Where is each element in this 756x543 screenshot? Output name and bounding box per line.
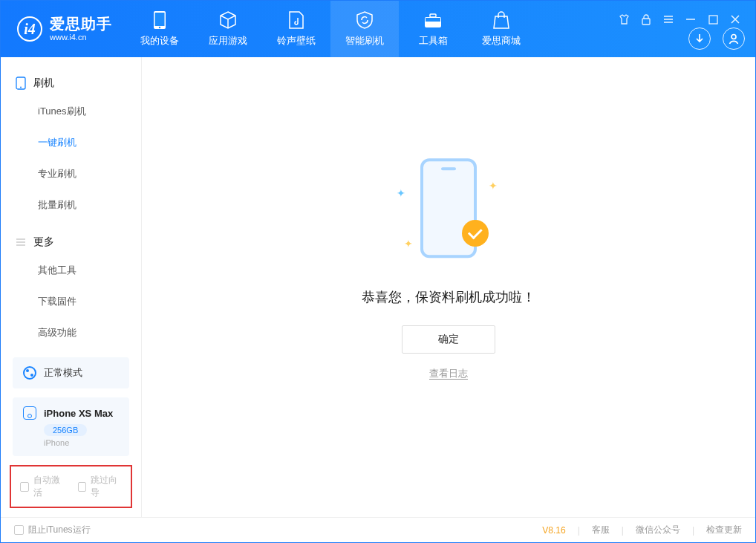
app-header: i4 爱思助手 www.i4.cn 我的设备 应用游戏 铃声壁纸 智能刷机 工具… [1, 1, 755, 57]
music-file-icon [287, 10, 306, 30]
nav-label: 爱思商城 [482, 34, 521, 48]
svg-rect-7 [709, 16, 717, 24]
close-button[interactable] [729, 13, 742, 26]
checkbox-block-itunes[interactable]: 阻止iTunes运行 [14, 524, 91, 536]
status-bar: 阻止iTunes运行 V8.16 | 客服 | 微信公众号 | 检查更新 [1, 517, 755, 542]
device-storage-badge: 256GB [44, 424, 87, 436]
nav-label: 应用游戏 [209, 34, 247, 48]
nav-label: 我的设备 [140, 34, 179, 48]
phone-icon [150, 10, 169, 30]
logo: i4 爱思助手 www.i4.cn [1, 1, 126, 57]
nav-apps-games[interactable]: 应用游戏 [194, 1, 262, 57]
nav-smart-flash[interactable]: 智能刷机 [330, 1, 399, 57]
download-button[interactable] [688, 27, 711, 50]
svg-rect-6 [642, 19, 650, 25]
nav-label: 智能刷机 [345, 34, 384, 48]
list-icon [16, 237, 26, 247]
sparkle-icon: ✦ [489, 180, 498, 192]
footer-link-wechat[interactable]: 微信公众号 [636, 524, 680, 536]
nav-toolbox[interactable]: 工具箱 [399, 1, 467, 57]
lock-icon[interactable] [639, 13, 653, 26]
svg-point-2 [159, 27, 160, 28]
device-mode-card[interactable]: 正常模式 [13, 357, 129, 388]
sidebar-item-advanced[interactable]: 高级功能 [1, 317, 141, 348]
nav-ringtones-wallpapers[interactable]: 铃声壁纸 [262, 1, 330, 57]
sidebar-item-itunes-flash[interactable]: iTunes刷机 [1, 96, 141, 127]
sidebar-item-pro-flash[interactable]: 专业刷机 [1, 158, 141, 189]
nav-label: 工具箱 [419, 34, 448, 48]
svg-point-10 [20, 87, 22, 88]
sidebar-item-other-tools[interactable]: 其他工具 [1, 255, 141, 286]
device-name: iPhone XS Max [44, 408, 113, 419]
top-nav: 我的设备 应用游戏 铃声壁纸 智能刷机 工具箱 爱思商城 [126, 1, 535, 57]
sparkle-icon: ✦ [404, 238, 413, 250]
phone-outline-icon [23, 406, 36, 420]
checkbox-auto-activate[interactable]: 自动激活 [20, 474, 65, 499]
menu-icon[interactable] [662, 13, 675, 26]
view-log-link[interactable]: 查看日志 [429, 367, 468, 380]
device-mode-label: 正常模式 [44, 366, 82, 380]
sidebar-group-flash: 刷机 [1, 71, 141, 96]
sparkle-icon: ✦ [397, 187, 405, 199]
footer-link-support[interactable]: 客服 [592, 524, 610, 536]
refresh-shield-icon [355, 10, 374, 30]
svg-point-8 [731, 35, 736, 39]
version-label: V8.16 [542, 525, 565, 536]
device-card[interactable]: iPhone XS Max 256GB iPhone [13, 397, 129, 456]
device-type-label: iPhone [44, 438, 119, 447]
sidebar: 刷机 iTunes刷机 一键刷机 专业刷机 批量刷机 更多 其他工具 下载固件 … [1, 57, 142, 518]
svg-rect-1 [155, 13, 165, 26]
svg-rect-4 [426, 18, 440, 22]
sidebar-item-download-firmware[interactable]: 下载固件 [1, 286, 141, 317]
cube-icon [218, 10, 238, 30]
device-icon [16, 77, 26, 90]
ok-button[interactable]: 确定 [402, 325, 495, 354]
sidebar-item-oneclick-flash[interactable]: 一键刷机 [1, 127, 141, 158]
success-message: 恭喜您，保资料刷机成功啦！ [362, 288, 535, 306]
sidebar-item-batch-flash[interactable]: 批量刷机 [1, 189, 141, 221]
checkmark-badge-icon [462, 220, 489, 247]
app-subtitle: www.i4.cn [50, 33, 112, 42]
toolbox-icon [423, 10, 443, 30]
footer-link-update[interactable]: 检查更新 [706, 524, 742, 536]
annotation-highlight: 自动激活 跳过向导 [10, 465, 132, 508]
svg-rect-5 [430, 14, 436, 17]
success-illustration: ✦ ✦ ✦ [374, 150, 523, 276]
nav-my-device[interactable]: 我的设备 [126, 1, 194, 57]
nav-label: 铃声壁纸 [277, 34, 316, 48]
main-content: ✦ ✦ ✦ 恭喜您，保资料刷机成功啦！ 确定 查看日志 [142, 57, 755, 518]
shopping-bag-icon [492, 10, 511, 30]
shirt-icon[interactable] [617, 13, 630, 26]
window-controls [617, 13, 742, 26]
checkbox-skip-guide[interactable]: 跳过向导 [78, 474, 123, 499]
minimize-button[interactable] [684, 13, 697, 26]
logo-icon: i4 [17, 16, 42, 42]
app-title: 爱思助手 [50, 16, 112, 33]
user-button[interactable] [723, 27, 745, 50]
nav-store[interactable]: 爱思商城 [467, 1, 535, 57]
maximize-button[interactable] [706, 13, 720, 26]
sidebar-group-more: 更多 [1, 230, 141, 255]
mode-icon [23, 366, 36, 380]
